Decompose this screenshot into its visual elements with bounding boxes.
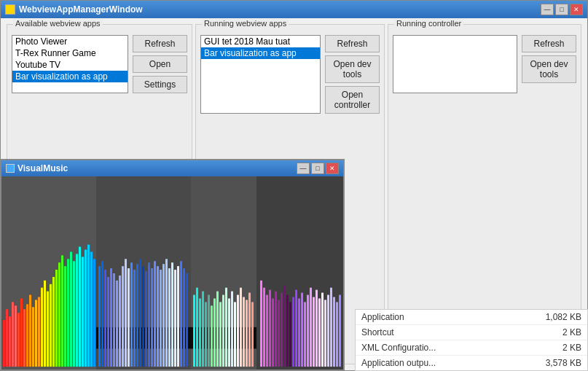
svg-rect-17 <box>38 297 40 367</box>
svg-rect-26 <box>64 266 66 367</box>
svg-rect-85 <box>243 297 245 367</box>
svg-rect-87 <box>248 293 251 367</box>
svg-rect-39 <box>104 270 106 367</box>
info-label: Shortcut <box>361 327 394 337</box>
sub-minimize-button[interactable]: — <box>297 163 310 174</box>
svg-rect-74 <box>211 305 213 367</box>
svg-rect-41 <box>110 268 112 367</box>
svg-rect-100 <box>292 297 294 367</box>
svg-rect-106 <box>310 288 312 367</box>
svg-rect-110 <box>321 293 324 367</box>
available-apps-listbox[interactable]: Photo Viewer T-Rex Runner Game Youtube T… <box>12 35 128 93</box>
svg-rect-5 <box>3 320 5 367</box>
list-item[interactable]: T-Rex Runner Game <box>12 47 128 59</box>
available-refresh-button[interactable]: Refresh <box>133 35 187 52</box>
visual-music-window: VisualMusic — □ ✕ <box>0 159 345 371</box>
svg-rect-35 <box>90 251 93 367</box>
svg-rect-108 <box>315 290 318 367</box>
svg-rect-66 <box>183 268 185 367</box>
svg-rect-86 <box>246 300 248 367</box>
open-dev-tools-button[interactable]: Open dev tools <box>325 55 380 83</box>
info-row: Application outpu... 3,578 KB <box>356 356 587 370</box>
svg-rect-52 <box>142 266 144 367</box>
list-item[interactable]: Photo Viewer <box>12 36 128 47</box>
svg-rect-57 <box>157 266 159 367</box>
svg-rect-60 <box>165 259 168 367</box>
svg-rect-33 <box>85 249 87 367</box>
close-button[interactable]: ✕ <box>570 4 583 15</box>
maximize-button[interactable]: □ <box>555 4 568 15</box>
svg-rect-37 <box>98 266 101 367</box>
sub-close-button[interactable]: ✕ <box>326 163 339 174</box>
svg-rect-54 <box>148 262 150 367</box>
main-window-title: WebviewAppManagerWindow <box>19 4 541 15</box>
controller-dev-tools-button[interactable]: Open dev tools <box>522 55 576 83</box>
minimize-button[interactable]: — <box>541 4 554 15</box>
svg-rect-67 <box>186 273 188 367</box>
svg-rect-80 <box>228 298 230 367</box>
running-controller-label: Running controller <box>394 19 463 28</box>
svg-rect-18 <box>41 288 43 367</box>
svg-rect-63 <box>174 270 176 367</box>
svg-rect-16 <box>35 300 37 367</box>
svg-rect-42 <box>113 273 115 367</box>
list-item[interactable]: Youtube TV <box>12 59 128 71</box>
svg-rect-56 <box>154 261 156 367</box>
svg-rect-113 <box>330 288 332 367</box>
list-item[interactable]: Bar visualization as app <box>201 47 320 59</box>
open-button[interactable]: Open <box>133 55 187 73</box>
svg-rect-34 <box>87 245 90 367</box>
svg-rect-109 <box>318 298 321 367</box>
svg-rect-97 <box>283 286 286 367</box>
settings-button[interactable]: Settings <box>133 76 187 93</box>
svg-rect-82 <box>234 302 236 367</box>
info-row: XML Configuratio... 2 KB <box>356 340 587 356</box>
svg-rect-103 <box>301 293 303 367</box>
info-panel: Application 1,082 KB Shortcut 2 KB XML C… <box>355 309 588 371</box>
sub-maximize-button[interactable]: □ <box>311 163 324 174</box>
running-controller-listbox[interactable] <box>393 35 517 93</box>
svg-rect-53 <box>145 271 147 367</box>
svg-rect-83 <box>237 295 239 367</box>
svg-rect-61 <box>168 268 170 367</box>
svg-rect-75 <box>213 298 216 367</box>
svg-rect-90 <box>263 288 265 367</box>
svg-rect-48 <box>130 262 133 367</box>
svg-rect-111 <box>324 300 326 367</box>
list-item[interactable]: Bar visualization as app <box>12 71 128 82</box>
svg-rect-22 <box>52 277 55 367</box>
svg-rect-6 <box>6 309 8 367</box>
running-apps-buttons: Refresh Open dev tools Open controller <box>325 35 380 114</box>
svg-rect-81 <box>231 292 233 367</box>
bar-chart-svg <box>1 176 343 370</box>
svg-rect-68 <box>193 295 195 367</box>
svg-rect-46 <box>125 259 127 367</box>
svg-rect-20 <box>47 292 49 367</box>
svg-rect-29 <box>73 261 75 367</box>
svg-rect-24 <box>58 262 60 367</box>
info-label: Application <box>361 312 404 322</box>
svg-rect-13 <box>26 304 28 367</box>
svg-rect-51 <box>139 259 141 367</box>
list-item[interactable]: GUI tet 2018 Mau tuat <box>201 36 320 47</box>
svg-rect-30 <box>76 254 78 367</box>
svg-rect-50 <box>136 264 138 367</box>
svg-rect-98 <box>286 295 289 367</box>
svg-rect-65 <box>180 261 182 367</box>
svg-rect-94 <box>275 292 277 367</box>
svg-rect-104 <box>304 302 306 367</box>
sub-title-bar: VisualMusic — □ ✕ <box>1 160 343 176</box>
main-title-bar: WebviewAppManagerWindow — □ ✕ <box>1 1 587 18</box>
running-controller-buttons: Refresh Open dev tools <box>522 35 576 93</box>
svg-rect-99 <box>289 302 291 367</box>
svg-rect-23 <box>55 270 58 367</box>
svg-rect-73 <box>208 295 210 367</box>
running-refresh-button[interactable]: Refresh <box>325 35 380 52</box>
controller-refresh-button[interactable]: Refresh <box>522 35 576 52</box>
running-apps-listbox[interactable]: GUI tet 2018 Mau tuat Bar visualization … <box>200 35 321 114</box>
svg-rect-72 <box>205 302 207 367</box>
open-controller-button[interactable]: Open controller <box>325 86 380 114</box>
svg-rect-102 <box>298 298 300 367</box>
main-window-icon <box>5 4 15 15</box>
svg-rect-36 <box>93 259 95 367</box>
